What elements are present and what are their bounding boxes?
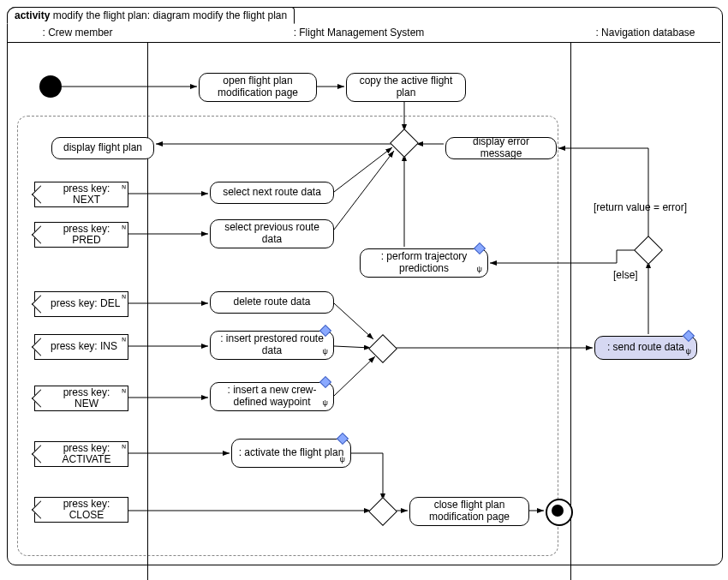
event-next: press key: NEXTᴺ: [34, 182, 128, 207]
rake-icon: ψ: [323, 399, 328, 407]
final-node: [546, 499, 573, 526]
action-perform-trajectory: : perform trajectory predictionsψ: [360, 248, 488, 278]
action-error-msg: display error message: [445, 137, 557, 159]
action-send-route: : send route dataψ: [594, 336, 697, 360]
action-insert-waypoint: : insert a new crew-defined waypointψ: [210, 382, 334, 411]
lane-divider-1: [147, 23, 148, 580]
event-del: press key: DELᴺ: [34, 291, 128, 317]
guard-error: [return value = error]: [594, 201, 687, 213]
initial-node: [39, 75, 62, 98]
action-copy-plan: copy the active flight plan: [346, 73, 466, 102]
guard-else: [else]: [613, 269, 638, 281]
rake-icon: ψ: [323, 348, 328, 356]
event-close: press key: CLOSE: [34, 497, 128, 523]
event-new: press key: NEWᴺ: [34, 386, 128, 411]
action-display-plan: display flight plan: [51, 137, 154, 159]
rake-icon: ψ: [340, 456, 345, 463]
event-pred: press key: PREDᴺ: [34, 222, 128, 248]
rake-icon: ψ: [686, 348, 691, 356]
interrupt-icon: ᴺ: [122, 444, 124, 452]
diagram-kind: activity: [15, 9, 50, 21]
interrupt-icon: ᴺ: [122, 294, 124, 302]
action-close-page: close flight plan modification page: [409, 497, 529, 526]
lane-header-crew: : Crew member: [8, 23, 148, 43]
diagram-title-tab: activity modify the flight plan: diagram…: [7, 7, 295, 24]
action-select-next: select next route data: [210, 182, 334, 204]
interrupt-icon: ᴺ: [122, 184, 124, 193]
lane-header-fms: : Flight Management System: [147, 23, 571, 43]
action-insert-prestored: : insert prestored route dataψ: [210, 331, 334, 360]
action-select-prev: select previous route data: [210, 219, 334, 248]
event-ins: press key: INSᴺ: [34, 334, 128, 360]
interrupt-icon: ᴺ: [122, 337, 124, 345]
interrupt-icon: ᴺ: [122, 224, 124, 233]
action-activate-plan: : activate the flight planψ: [231, 439, 351, 468]
lane-header-nav: : Navigation database: [570, 23, 720, 43]
lane-divider-2: [570, 23, 571, 580]
interrupt-icon: ᴺ: [122, 388, 124, 397]
action-delete-route: delete route data: [210, 291, 334, 314]
event-act: press key: ACTIVATEᴺ: [34, 441, 128, 467]
diagram-title: modify the flight plan: diagram modify t…: [53, 9, 287, 21]
activity-diagram: activity modify the flight plan: diagram…: [0, 0, 728, 580]
action-open-page: open flight plan modification page: [199, 73, 317, 102]
rake-icon: ψ: [477, 266, 482, 273]
